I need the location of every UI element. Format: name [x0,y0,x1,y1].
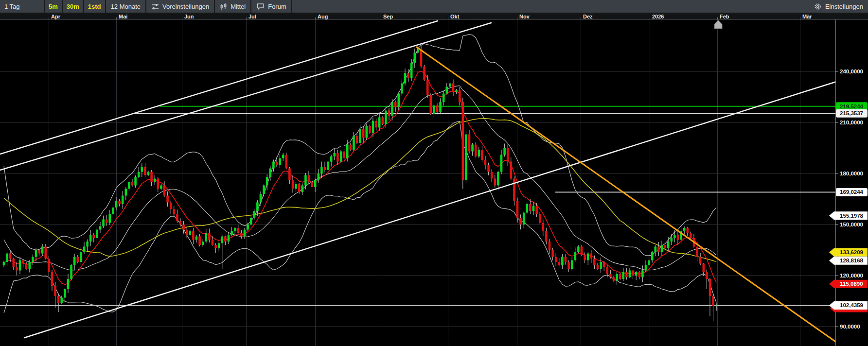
price-badge-label: 128,8168 [840,258,864,263]
forum-label: Forum [268,3,286,10]
month-label: Nov [519,14,530,19]
trading-chart-app: 1 Tag 5m 30m 1std 12 Monate Voreinstellu… [0,0,868,346]
y-axis-grid-label: 90,0000 [840,324,860,329]
y-axis-grid-label: 180,0000 [840,171,863,176]
sliders-icon [151,3,159,10]
einstellungen-button[interactable]: Einstellungen [809,0,868,13]
price-badge[interactable]: 133,6209 [829,248,868,257]
price-badge[interactable]: 169,0244 [836,188,868,196]
month-label: Aug [318,14,328,19]
month-label: Mär [802,14,812,19]
toolbar: 1 Tag 5m 30m 1std 12 Monate Voreinstellu… [0,0,868,13]
voreinstellungen-button[interactable]: Voreinstellungen [146,0,215,13]
month-label: Feb [720,14,729,19]
price-badge-label: 115,0890 [840,281,863,287]
price-badge[interactable]: 155,1978 [829,211,868,220]
y-axis-grid-label: 150,0000 [840,222,863,227]
price-badge-label: 169,0244 [840,189,864,195]
mittel-label: Mittel [230,3,246,10]
month-label: Apr [51,14,61,19]
price-badge-label: 215,3537 [840,110,863,116]
price-badge[interactable]: 115,0890 [829,280,868,288]
price-badge-label: 102,4359 [840,302,863,308]
gear-icon [814,2,822,11]
price-badge[interactable]: 128,8168 [829,257,868,265]
month-label: Sep [383,14,393,19]
range-12monate-button[interactable]: 12 Monate [106,0,146,13]
price-badge[interactable]: 102,4359 [829,301,868,312]
month-label: Jul [248,14,256,19]
price-badge-label: 155,1978 [840,213,864,219]
toolbar-spacer [292,0,809,13]
price-badge[interactable]: 215,3537 [836,109,868,118]
candlesticks-icon [220,2,227,10]
forum-button[interactable]: Forum [251,0,292,13]
mittel-button[interactable]: Mittel [215,0,251,13]
plot-background [0,19,868,346]
voreinstellungen-label: Voreinstellungen [162,3,209,10]
price-badge-label: 219,5244 [840,104,864,109]
month-label: 2026 [652,14,664,19]
month-label: Dez [583,14,593,19]
timeframe-5m-button[interactable]: 5m [45,0,63,13]
timeframe-1std-button[interactable]: 1std [84,0,106,13]
timeframe-30m-button[interactable]: 30m [63,0,84,13]
month-label: Jun [184,14,194,19]
chart-canvas[interactable]: AprMaiJunJulAugSepOktNovDez2026FebMär240… [0,13,868,346]
price-badge-label: 133,6209 [840,249,863,255]
month-strip [0,13,868,19]
y-axis-grid-label: 240,0000 [840,69,863,74]
month-label: Mai [119,14,127,19]
y-axis-grid-label: 120,0000 [840,273,863,278]
month-label: Okt [450,14,460,19]
y-axis-grid-label: 210,0000 [840,120,863,125]
einstellungen-label: Einstellungen [825,3,863,10]
speech-bubble-icon [256,2,265,10]
price-badge[interactable]: 219,5244 [836,102,868,110]
timeframe-1tag-button[interactable]: 1 Tag [0,0,45,13]
